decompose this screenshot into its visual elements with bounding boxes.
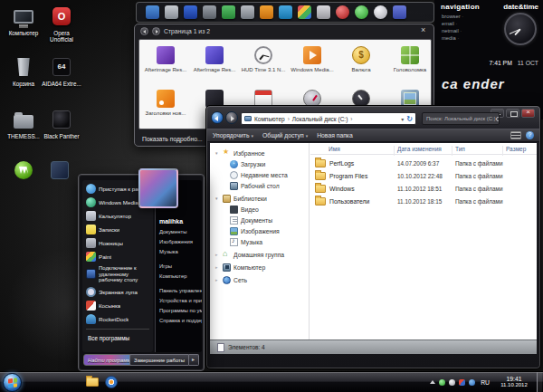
start-item-documents[interactable]: Документы [156,226,202,236]
taskbar-explorer-icon[interactable] [86,378,99,387]
nav-item-homegroup[interactable]: Домашняя группа [210,249,309,260]
close-button[interactable] [521,109,535,118]
hidden-icons-arrow[interactable] [430,380,435,384]
column-divider[interactable] [452,146,452,156]
shutdown-button[interactable]: Завершение работы [129,354,189,366]
column-divider[interactable] [502,146,503,156]
start-item-rdp[interactable]: Подключение к удаленному рабочему столу [82,263,153,285]
tray-volume-icon[interactable] [449,379,455,386]
show-desktop-button[interactable] [537,372,542,392]
dock-icon-browser[interactable] [279,5,292,19]
start-item-default-programs[interactable]: Программы по умолчанию [156,305,202,315]
dock-icon-mail[interactable] [260,5,273,19]
breadcrumb-computer[interactable]: Компьютер [254,116,292,122]
page-next-button[interactable] [152,27,160,35]
dock-icon-close[interactable] [336,5,349,19]
desktop-icon-black-panther[interactable]: Black Panther [42,109,81,139]
dock-icon-camera[interactable] [203,5,216,19]
nav-link-media[interactable]: media [442,34,463,42]
tray-network-icon[interactable] [469,379,475,386]
desktop-icon-themes[interactable]: THEMESS... [4,109,43,139]
desktop-icon-winamp[interactable] [4,159,43,184]
dock-icon-settings[interactable] [393,5,406,19]
start-item-computer[interactable]: Компьютер [156,271,202,281]
page-prev-button[interactable] [140,27,148,35]
gadget-tile-news[interactable]: Заголовки нов... [141,85,190,127]
dock-icon-run[interactable] [241,5,254,19]
dock-icon-music[interactable] [184,5,197,19]
nav-item-documents[interactable]: Документы [210,215,309,225]
address-bar[interactable]: Компьютер Локальный диск (C:) [241,112,416,125]
nav-item-network[interactable]: Сеть [210,274,309,285]
tray-status-icon[interactable] [439,379,445,386]
help-icon[interactable] [526,131,534,139]
forward-button[interactable] [225,111,238,124]
desktop-icon-computer[interactable]: Компьютер [4,5,43,36]
taskbar-clock[interactable]: 19:41 11.10.2012 [495,376,533,389]
file-row-program-files[interactable]: Program Files 10.10.2012 22:48 Папка с ф… [310,170,537,182]
gadget-tile-hud-time[interactable]: HUD Time 3.1 N... [239,42,288,83]
desktop-icon-opera[interactable]: Opera Unofficial [42,5,81,43]
gadget-tile-puzzle[interactable]: Головоломка [386,42,434,83]
start-item-sticky-notes[interactable]: Записки [82,223,153,236]
refresh-icon[interactable] [406,115,413,123]
maximize-button[interactable] [506,109,519,118]
column-header-type[interactable]: Тип [455,146,465,152]
start-item-devices-printers[interactable]: Устройства и принтеры [156,295,202,305]
start-item-rocketdock[interactable]: RocketDock [82,312,153,326]
desktop-icon-recycle-bin[interactable]: Корзина [4,56,43,87]
nav-item-pictures[interactable]: Изображения [210,225,309,236]
share-button[interactable]: Общий доступ [262,132,308,139]
nav-item-recent-places[interactable]: Недавние места [210,169,309,180]
avatar[interactable] [138,168,178,208]
breadcrumb-disk-c[interactable]: Локальный диск (C:) [292,116,356,122]
nav-link-email[interactable]: email [442,20,463,27]
gadget-tile-currency[interactable]: Валюта [337,42,386,83]
nav-link-netmail[interactable]: netmail [442,27,463,34]
gadget-tile-afterimage[interactable]: Afterimage Res... [141,42,190,83]
dock-icon-status[interactable] [355,5,368,19]
start-button[interactable] [3,373,22,392]
desktop-icon-app[interactable] [40,159,80,184]
dock-icon-launcher[interactable] [298,5,311,19]
start-item-magnifier[interactable]: Экранная лупа [82,285,153,299]
dock-icon-clock[interactable] [374,5,387,19]
file-row-windows[interactable]: Windows 11.10.2012 18:51 Папка с файлами [310,183,537,195]
nav-item-favorites[interactable]: Избранное [210,148,309,158]
start-item-control-panel[interactable]: Панель управления [156,285,202,295]
start-item-calculator[interactable]: Калькулятор [82,209,153,223]
new-folder-button[interactable]: Новая папка [317,132,353,139]
desktop-icon-aida64[interactable]: AIDA64 Extre... [42,56,81,87]
nav-item-libraries[interactable]: Библиотеки [210,193,309,204]
dock-icon-chat[interactable] [222,5,235,19]
nav-item-videos[interactable]: Видео [210,204,309,215]
start-item-music[interactable]: Музыка [156,246,202,256]
views-icon[interactable] [510,131,521,139]
nav-item-computer[interactable]: Компьютер [210,262,309,272]
chevron-down-icon[interactable] [401,116,404,122]
tray-action-center-icon[interactable] [459,379,465,386]
start-item-help-support[interactable]: Справка и поддержка [156,315,202,325]
column-divider[interactable] [394,146,395,156]
column-header-date[interactable]: Дата изменения [397,146,442,152]
taskbar-mediaplayer-icon[interactable] [105,376,118,388]
start-item-snipping-tool[interactable]: Ножницы [82,236,153,250]
nav-item-downloads[interactable]: Загрузки [210,158,309,169]
file-row-perflogs[interactable]: PerfLogs 14.07.2009 6:37 Папка с файлами [310,158,537,169]
back-button[interactable] [211,111,224,124]
nav-item-desktop[interactable]: Рабочий стол [210,180,309,191]
show-details-link[interactable]: Показать подробно... [142,136,203,142]
gadget-tile-wmp[interactable]: Windows Media... [288,42,337,83]
dock-icon-photos[interactable] [317,5,330,19]
column-header-size[interactable]: Размер [506,146,526,152]
language-indicator[interactable]: RU [479,379,491,386]
close-icon[interactable] [419,27,428,36]
start-item-solitaire[interactable]: Косынка [82,299,153,312]
nav-link-browser[interactable]: browser [442,13,463,20]
organize-button[interactable]: Упорядочить [213,132,253,139]
dock-icon-folder[interactable] [146,5,159,19]
gadget-tile-afterimage2[interactable]: AfterImage Res... [190,42,239,83]
file-row-users[interactable]: Пользователи 11.10.2012 18:15 Папка с фа… [310,196,537,207]
nav-item-music[interactable]: Музыка [210,236,309,247]
shutdown-options-icon[interactable] [189,354,199,366]
